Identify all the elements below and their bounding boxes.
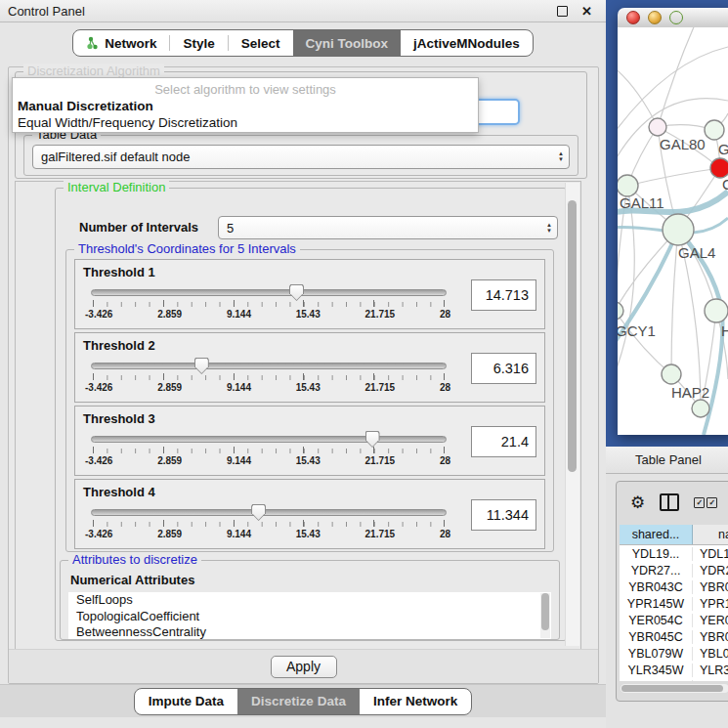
apply-button[interactable]: Apply: [271, 656, 337, 678]
tab-jactivemnodules[interactable]: jActiveMNodules: [401, 30, 533, 56]
table-row[interactable]: YLR345WYLR3: [620, 662, 728, 678]
threshold-value-field[interactable]: 11.344: [471, 499, 536, 531]
group-title: Interval Definition: [64, 180, 169, 194]
network-graph: GAL80 GA C GAL11 GAL4 GCY1 H HAP2: [618, 27, 728, 435]
settings-scrollbar[interactable]: [565, 183, 579, 646]
network-view-window[interactable]: GAL80 GA C GAL11 GAL4 GCY1 H HAP2: [618, 8, 728, 435]
control-panel-titlebar: Control Panel ✕: [0, 0, 606, 22]
network-canvas[interactable]: GAL80 GA C GAL11 GAL4 GCY1 H HAP2: [618, 27, 728, 435]
group-title: Threshold's Coordinates for 5 Intervals: [74, 241, 300, 256]
slider-major-ticks: [93, 300, 445, 307]
table-row[interactable]: YIL052CYIL0: [620, 678, 728, 681]
slider-track[interactable]: [91, 363, 447, 369]
float-window-icon[interactable]: [557, 6, 568, 17]
column-header-shared-name[interactable]: shared...: [620, 525, 693, 544]
node[interactable]: [662, 364, 681, 384]
tab-impute-data[interactable]: Impute Data: [135, 689, 237, 714]
table-header: shared... na: [620, 525, 728, 545]
node[interactable]: [649, 118, 666, 136]
bottom-tabbar: Impute Data Discretize Data Infer Networ…: [0, 684, 606, 717]
checkbox-icon[interactable]: ✓: [707, 497, 717, 508]
stepper-icon[interactable]: ▲ ▼: [541, 223, 557, 234]
column-select-icons[interactable]: ✓ ✓: [694, 497, 717, 508]
tab-label: Impute Data: [149, 694, 224, 708]
threshold-label: Threshold 3: [83, 411, 155, 426]
mac-close-icon[interactable]: [626, 11, 640, 24]
group-title: Discretization Algorithm: [23, 64, 164, 78]
attributes-list: SelfLoops TopologicalCoefficient Between…: [68, 592, 551, 639]
table-row[interactable]: YBR045CYBR0: [620, 628, 728, 645]
network-icon: [86, 36, 100, 50]
table-row[interactable]: YDL19...YDL1: [620, 545, 728, 562]
table-row[interactable]: YBL079WYBL0: [620, 645, 728, 662]
split-view-icon[interactable]: [660, 493, 679, 511]
gear-icon[interactable]: ⚙: [630, 494, 645, 511]
mac-zoom-icon[interactable]: [669, 11, 683, 24]
table-data-combobox[interactable]: galFiltered.sif default node ▲ ▼: [32, 145, 570, 169]
threshold-panel: Threshold 4 -3.4262.8599.14415.4321.7152…: [74, 479, 545, 549]
slider-thumb[interactable]: [251, 504, 266, 521]
table-row[interactable]: YBR043CYBR0: [620, 578, 728, 595]
threshold-slider[interactable]: -3.4262.8599.14415.4321.71528: [91, 357, 447, 398]
column-header-name[interactable]: na: [693, 525, 728, 544]
threshold-slider[interactable]: -3.4262.8599.14415.4321.71528: [91, 430, 447, 471]
table-panel: Table Panel ⚙ ✓ ✓ shared... na YDL19...Y…: [606, 447, 728, 728]
thresholds-group: Threshold's Coordinates for 5 Intervals …: [65, 249, 554, 552]
tab-select[interactable]: Select: [229, 30, 293, 56]
node[interactable]: [663, 214, 694, 245]
settings-scroll-area: Interval Definition Number of Intervals …: [15, 181, 581, 650]
node-label: C: [722, 176, 728, 193]
slider-thumb[interactable]: [289, 284, 304, 301]
list-item[interactable]: TopologicalCoefficient: [68, 609, 551, 625]
num-intervals-combobox[interactable]: 5 ▲ ▼: [218, 216, 558, 239]
threshold-value-field[interactable]: 14.713: [471, 279, 536, 311]
slider-track[interactable]: [91, 509, 447, 516]
dropdown-placeholder: Select algorithm to view settings: [13, 82, 478, 97]
node[interactable]: [692, 400, 709, 417]
table-row[interactable]: YDR27...YDR2: [620, 562, 728, 578]
table-row[interactable]: YPR145WYPR1: [620, 595, 728, 612]
slider-tick-labels: -3.4262.8599.14415.4321.71528: [85, 309, 450, 320]
tab-label: jActiveMNodules: [413, 36, 520, 51]
threshold-value-field[interactable]: 21.4: [471, 426, 536, 457]
scrollbar-thumb[interactable]: [621, 685, 723, 692]
slider-tick-labels: -3.4262.8599.14415.4321.71528: [85, 529, 450, 539]
threshold-value-field[interactable]: 6.316: [471, 353, 536, 384]
mac-minimize-icon[interactable]: [648, 11, 662, 24]
node[interactable]: [618, 175, 638, 196]
threshold-label: Threshold 2: [83, 338, 155, 353]
close-icon[interactable]: ✕: [581, 5, 592, 18]
bottom-tab-group: Impute Data Discretize Data Infer Networ…: [134, 688, 472, 715]
algorithm-dropdown-popup: Select algorithm to view settings Manual…: [12, 77, 479, 133]
tab-infer-network[interactable]: Infer Network: [360, 689, 471, 714]
checkbox-icon[interactable]: ✓: [694, 497, 705, 508]
table-h-scrollbar[interactable]: [621, 684, 728, 693]
node-label: GAL4: [678, 244, 715, 261]
slider-track[interactable]: [91, 289, 447, 296]
scrollbar-thumb[interactable]: [541, 593, 549, 630]
slider-major-ticks: [93, 447, 445, 453]
node[interactable]: [705, 120, 724, 140]
network-window-titlebar[interactable]: [618, 8, 728, 28]
node[interactable]: [705, 299, 728, 322]
threshold-slider[interactable]: -3.4262.8599.14415.4321.71528: [91, 283, 447, 324]
tab-discretize-data[interactable]: Discretize Data: [237, 689, 360, 714]
slider-thumb[interactable]: [194, 358, 209, 374]
scrollbar-thumb[interactable]: [568, 200, 577, 472]
node-selected[interactable]: [710, 158, 728, 178]
tab-cyni-toolbox[interactable]: Cyni Toolbox: [293, 30, 402, 56]
list-item[interactable]: SelfLoops: [68, 592, 551, 609]
threshold-slider[interactable]: -3.4262.8599.14415.4321.71528: [91, 503, 447, 544]
slider-track[interactable]: [91, 436, 447, 443]
table-row[interactable]: YER054CYER0: [620, 612, 728, 628]
list-item[interactable]: BetweennessCentrality: [68, 624, 551, 639]
threshold-panel: Threshold 1 -3.4262.8599.14415.4321.7152…: [74, 259, 545, 329]
dropdown-option[interactable]: Equal Width/Frequency Discretization: [16, 114, 475, 131]
dropdown-option[interactable]: Manual Discretization: [16, 98, 475, 114]
stepper-icon[interactable]: ▲ ▼: [553, 151, 569, 162]
tab-style[interactable]: Style: [170, 30, 227, 56]
node[interactable]: [618, 302, 623, 320]
list-scrollbar[interactable]: [540, 593, 550, 638]
slider-thumb[interactable]: [365, 431, 380, 448]
tab-network[interactable]: Network: [73, 30, 169, 56]
